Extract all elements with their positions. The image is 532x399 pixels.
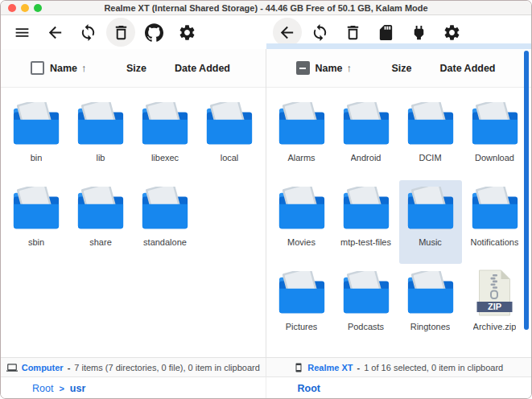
toolbar [1,15,531,49]
column-header-size[interactable]: Size [126,63,175,74]
column-header-date-added[interactable]: Date Added [440,63,496,74]
file-name: libexec [151,153,179,162]
device-pane: Name ↑ Size Date Added Alarms Android DC… [266,49,532,357]
file-item[interactable]: libexec [134,96,196,179]
storage-button[interactable] [372,18,401,47]
zoom-window-button[interactable] [34,4,42,12]
folder-icon [204,102,254,147]
minimize-window-button[interactable] [21,4,29,12]
device-status: Realme XT - 1 of 16 selected, 0 item in … [266,358,532,376]
gear-icon [443,23,461,42]
file-item[interactable]: standalone [134,180,196,264]
file-item[interactable]: Movies [270,180,333,264]
file-item[interactable]: Ringtones [399,265,462,348]
file-item[interactable]: bin [5,96,68,179]
connect-device-button[interactable] [405,18,434,47]
computer-file-grid: bin lib libexec local sbin share standal… [1,88,266,264]
trash-icon [112,23,130,42]
folder-icon [470,102,520,147]
status-bar: Computer - 7 items (7 directories, 0 fil… [1,357,531,376]
breadcrumb-current-folder[interactable]: usr [70,383,85,394]
file-item[interactable]: DCIM [399,96,462,179]
folder-icon [140,102,190,147]
toolbar-right-pane [266,15,532,49]
device-progress-bar [266,43,532,49]
back-arrow-icon [46,23,64,42]
folder-icon [341,187,391,232]
close-window-button[interactable] [8,4,16,12]
device-delete-button[interactable] [339,18,368,47]
file-item[interactable]: Alarms [270,96,333,179]
menu-button[interactable] [7,18,36,47]
file-name: mtp-test-files [340,237,391,247]
folder-icon [341,102,391,147]
device-link[interactable]: Realme XT [307,363,353,372]
file-name: standalone [143,237,187,247]
device-status-summary: 1 of 16 selected, 0 item in clipboard [364,363,503,372]
computer-status-summary: 7 items (7 directories, 0 file), 0 item … [74,363,259,372]
settings-button[interactable] [172,18,201,47]
folder-icon [76,102,126,147]
computer-link[interactable]: Computer [22,363,64,372]
folder-icon [11,102,61,147]
column-header-name[interactable]: Name ↑ [315,62,392,74]
scrollbar-thumb[interactable] [524,51,529,330]
select-all-checkbox[interactable] [296,61,310,75]
name-column-label: Name [315,63,343,74]
main-area: Name ↑ Size Date Added bin lib libexec l… [1,49,531,357]
file-name: Movies [287,237,315,247]
folder-icon [140,187,190,232]
sort-ascending-icon: ↑ [81,62,87,74]
file-item[interactable]: Podcasts [335,265,398,348]
file-item[interactable]: Notifications [464,180,526,264]
folder-icon [406,102,456,147]
hamburger-menu-icon [14,24,31,41]
file-item[interactable]: Download [464,96,526,179]
computer-status: Computer - 7 items (7 directories, 0 fil… [1,358,266,376]
gear-icon [178,23,196,42]
device-back-button[interactable] [273,18,302,47]
toolbar-left-pane [1,15,266,49]
file-name: Alarms [287,153,315,162]
file-name: bin [31,153,43,162]
file-item[interactable]: lib [69,96,132,179]
back-button[interactable] [40,18,69,47]
github-button[interactable] [139,18,168,47]
file-name: sbin [28,237,44,247]
traffic-lights [8,4,42,12]
file-item[interactable]: Archive.zip [464,265,526,348]
column-header-name[interactable]: Name ↑ [50,62,126,74]
refresh-icon [311,23,329,42]
computer-pane: Name ↑ Size Date Added bin lib libexec l… [1,49,266,357]
sd-card-icon [377,23,395,42]
file-item[interactable]: mtp-test-files [335,180,398,264]
file-item[interactable]: sbin [5,180,68,264]
device-breadcrumb: Root [266,377,532,399]
file-name: Pictures [286,322,318,331]
refresh-icon [79,23,97,42]
column-header-date-added[interactable]: Date Added [175,63,230,74]
device-refresh-button[interactable] [306,18,335,47]
file-name: share [89,237,112,247]
status-separator: - [68,363,71,372]
file-item-selected[interactable]: Music [399,180,462,264]
column-header-size[interactable]: Size [392,63,440,74]
folder-icon [470,187,520,232]
file-item[interactable]: Pictures [270,265,333,348]
breadcrumb-root-link[interactable]: Root [298,383,320,394]
breadcrumb-chevron-icon: > [59,384,64,393]
breadcrumb-root-link[interactable]: Root [32,383,53,394]
device-list-header: Name ↑ Size Date Added [266,49,532,88]
file-item[interactable]: local [198,96,261,179]
github-icon [145,23,163,42]
file-item[interactable]: Android [335,96,398,179]
folder-icon [406,271,456,316]
file-item[interactable]: share [69,180,132,264]
file-name: Download [475,153,514,162]
delete-button[interactable] [106,18,135,47]
zip-file-icon [476,269,513,316]
select-all-checkbox[interactable] [31,61,44,75]
device-settings-button[interactable] [438,18,467,47]
folder-icon [406,187,456,232]
refresh-button[interactable] [73,18,102,47]
